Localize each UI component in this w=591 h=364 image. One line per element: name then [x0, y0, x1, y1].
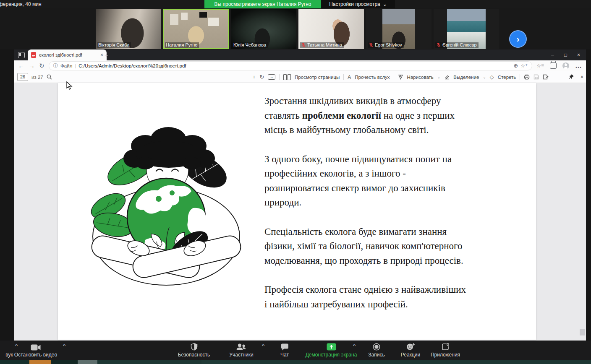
save-as-icon[interactable]: [543, 74, 549, 80]
participant-name: Юлія Чебанова: [233, 42, 268, 48]
add-favorite-icon[interactable]: ☆⁺: [520, 63, 528, 69]
earth-hug-illustration: [82, 120, 250, 286]
scroll-up-icon[interactable]: ▲: [580, 74, 584, 78]
window-controls: – □ ×: [551, 49, 583, 60]
tab-actions-icon[interactable]: [18, 52, 25, 58]
muted-mic-icon: [436, 42, 441, 47]
highlight-label[interactable]: Выделение: [453, 75, 479, 80]
scrollbar-thumb[interactable]: [580, 329, 585, 335]
pdf-toolbar: 26 из 27 − + ↻ ↔ Просмотр страницы A Про…: [14, 71, 586, 83]
close-button[interactable]: ×: [577, 52, 580, 58]
chevron-up-icon[interactable]: ^: [63, 343, 65, 348]
page-view-icon[interactable]: [283, 74, 291, 80]
browser-window: екологі здібності.pdf × + – □ × ← → ↻ ⓘ …: [14, 49, 586, 341]
apps-icon: [442, 343, 449, 351]
participant-name: Татьяна Митина: [300, 42, 344, 48]
back-icon[interactable]: ←: [18, 62, 24, 69]
reactions-button[interactable]: Реакции: [396, 342, 425, 358]
pin-toolbar-icon[interactable]: [568, 74, 574, 80]
record-icon: [373, 343, 380, 351]
video-camera-icon: [31, 344, 41, 351]
tab-close-icon[interactable]: ×: [100, 52, 103, 58]
chevron-down-icon[interactable]: ⌄: [483, 75, 486, 79]
info-icon[interactable]: ⓘ: [53, 62, 58, 69]
participant-strip: Вікторія Скиба Наталия Ругно Юлія Чебано…: [0, 8, 591, 49]
address-bar[interactable]: ⓘ Файл | C:/Users/Admin/Desktop/екологі%…: [49, 61, 533, 70]
url-text[interactable]: C:/Users/Admin/Desktop/екологі%20здібнос…: [78, 63, 511, 68]
draw-label[interactable]: Нарисовать: [407, 75, 434, 80]
paragraph-3: Спеціальність еколога буде вимагати знан…: [264, 225, 533, 268]
menu-ellipsis-icon[interactable]: …: [575, 62, 582, 70]
document-text: Зростання шкідливих викидів в атмосферу …: [264, 94, 533, 326]
highlighter-icon[interactable]: [444, 74, 450, 80]
participants-button[interactable]: Участники: [218, 342, 264, 358]
zoom-bottom-toolbar: ^ вук Остановить видео ^ Безопасность: [0, 341, 591, 360]
new-tab-button[interactable]: +: [105, 51, 108, 58]
save-icon[interactable]: [533, 74, 539, 80]
refresh-icon[interactable]: ↻: [39, 62, 44, 69]
desktop-sliver: [0, 360, 591, 364]
chevron-down-icon: ⌄: [383, 1, 387, 7]
chat-button[interactable]: Чат: [272, 342, 297, 358]
video-tile-active-speaker[interactable]: Наталия Ругно: [163, 9, 229, 49]
read-aloud-icon[interactable]: A: [348, 75, 351, 80]
chevron-up-icon[interactable]: ^: [262, 343, 264, 348]
participant-name: Євгеній Слюсар: [435, 42, 479, 48]
forward-icon[interactable]: →: [29, 62, 35, 69]
pdf-page: Зростання шкідливих викидів в атмосферу …: [58, 83, 536, 340]
stop-video-button[interactable]: Остановить видео: [10, 342, 61, 358]
page-view-label[interactable]: Просмотр страницы: [295, 75, 340, 80]
video-tile[interactable]: Egor Shlykov: [366, 9, 431, 49]
navigation-bar: ← → ↻ ⓘ Файл | C:/Users/Admin/Desktop/ек…: [14, 60, 586, 71]
rotate-icon[interactable]: ↻: [259, 74, 264, 80]
video-tile[interactable]: Вікторія Скиба: [96, 9, 161, 49]
muted-mic-icon: [301, 42, 306, 47]
video-tile[interactable]: Юлія Чебанова: [231, 9, 296, 49]
minimize-button[interactable]: –: [551, 52, 554, 58]
paragraph-1: Зростання шкідливих викидів в атмосферу …: [264, 94, 533, 138]
favorites-icon[interactable]: ☆≡: [536, 63, 544, 69]
share-screen-icon: [327, 343, 336, 351]
next-arrow-icon: ›: [517, 34, 520, 44]
chevron-down-icon[interactable]: ⌄: [437, 75, 441, 79]
security-button[interactable]: Безопасность: [173, 342, 215, 358]
erase-label[interactable]: Стереть: [498, 75, 516, 80]
browser-tab[interactable]: екологі здібності.pdf ×: [28, 49, 107, 60]
erase-icon[interactable]: ◇: [490, 74, 494, 80]
video-tile[interactable]: Татьяна Митина: [298, 9, 364, 49]
view-settings-button[interactable]: Настройки просмотра ⌄: [321, 0, 395, 8]
video-tile[interactable]: Євгеній Слюсар: [434, 9, 499, 49]
pdf-file-icon: [31, 52, 36, 58]
tab-bar: екологі здібності.pdf × + – □ ×: [14, 49, 586, 60]
muted-mic-icon: [369, 42, 374, 47]
participant-name: Вікторія Скиба: [97, 42, 131, 48]
apps-button[interactable]: Приложения: [426, 342, 465, 358]
profile-avatar[interactable]: [562, 62, 569, 69]
next-participants-button[interactable]: ›: [509, 30, 527, 48]
paragraph-2: З одного боку, почне підвищуватися попит…: [264, 152, 533, 210]
search-icon[interactable]: [47, 74, 52, 80]
record-button[interactable]: Запись: [362, 342, 391, 358]
collections-icon[interactable]: [550, 62, 557, 69]
pdf-viewport[interactable]: Зростання шкідливих викидів в атмосферу …: [14, 83, 586, 341]
screen-share-banner: Вы просматриваете экран Наталия Ругно: [204, 0, 321, 8]
smiley-plus-icon: [406, 343, 415, 351]
page-number-input[interactable]: 26: [17, 73, 28, 81]
mouse-cursor: [66, 81, 73, 90]
zoom-in-icon[interactable]: ⊕: [513, 62, 518, 69]
print-icon[interactable]: [524, 74, 530, 80]
share-screen-button[interactable]: Демонстрация экрана: [303, 342, 359, 358]
shield-icon: [191, 343, 198, 351]
zoom-in-icon[interactable]: +: [253, 74, 256, 80]
chevron-up-icon[interactable]: ^: [353, 343, 356, 348]
chat-bubble-icon: [281, 343, 289, 351]
fit-to-width-icon[interactable]: ↔: [268, 74, 275, 80]
participants-icon: [236, 343, 247, 351]
zoom-out-icon[interactable]: −: [246, 74, 249, 80]
read-aloud-label[interactable]: Прочесть вслух: [355, 75, 390, 80]
draw-pen-icon[interactable]: [398, 74, 403, 80]
participant-name: Egor Shlykov: [368, 42, 404, 48]
paragraph-4: Професія еколога стане однією з найважли…: [264, 283, 533, 312]
meeting-title: ференция, 40 мин: [0, 1, 42, 7]
maximize-button[interactable]: □: [564, 52, 567, 58]
